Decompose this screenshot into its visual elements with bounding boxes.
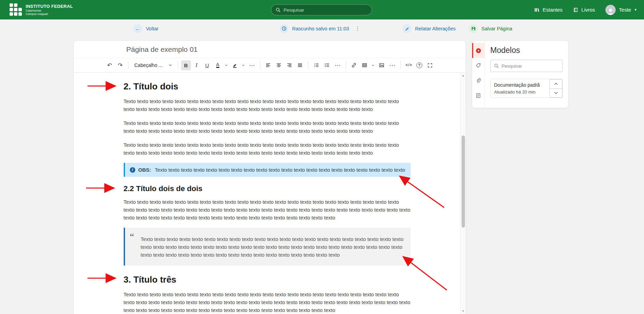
more-format-button[interactable]: ⋯	[247, 60, 257, 70]
toolbar-divider	[400, 61, 401, 69]
search-input[interactable]	[284, 8, 367, 13]
editor-scrollbar[interactable]: ▲ ▼	[460, 73, 466, 314]
image-button[interactable]	[377, 60, 387, 70]
chevron-up-icon	[554, 83, 558, 85]
align-right-button[interactable]	[285, 60, 294, 70]
bookshelf-icon	[534, 7, 539, 13]
nav-shelves-label: Estantes	[543, 7, 562, 13]
bold-button[interactable]: B	[181, 60, 191, 70]
sidebar-tabs	[472, 41, 485, 108]
quote-icon: “	[130, 232, 134, 240]
highlight-chevron[interactable]	[241, 60, 246, 70]
heading-style-select[interactable]: Cabeçalho ...	[132, 61, 175, 69]
info-callout[interactable]: i OBS: Texto texto texto texto texto tex…	[124, 163, 411, 177]
paragraph[interactable]: Texto texto texto texto texto texto text…	[124, 198, 411, 222]
toolbar-divider	[260, 61, 260, 69]
table-button[interactable]	[360, 60, 370, 70]
highlighter-icon	[232, 63, 237, 68]
align-left-icon	[265, 62, 271, 68]
clock-icon	[279, 24, 288, 33]
more-insert-button[interactable]: ⋯	[387, 60, 397, 70]
highlight-button[interactable]	[230, 60, 240, 70]
table-chevron[interactable]	[370, 60, 376, 70]
sidebar-tab-tags[interactable]	[472, 58, 484, 73]
paragraph[interactable]: Texto texto texto texto texto texto text…	[124, 119, 411, 135]
user-menu[interactable]: Teste ▾	[605, 5, 636, 15]
align-center-button[interactable]	[274, 60, 284, 70]
redo-button[interactable]: ↷	[115, 60, 125, 70]
heading-titulo-tres[interactable]: 3. Título três	[124, 274, 411, 285]
heading-style-value: Cabeçalho ...	[134, 62, 163, 68]
template-item[interactable]: Documentação padrão Atualizado há 20 min	[490, 79, 563, 98]
heading-titulo-dois[interactable]: 2. Título dois	[124, 81, 411, 91]
paragraph[interactable]: Texto texto texto texto texto texto text…	[124, 290, 411, 314]
chevron-down-icon	[225, 65, 228, 66]
template-updated: Atualizado há 20 min	[494, 89, 540, 95]
align-left-button[interactable]	[263, 60, 273, 70]
callout-text: Texto texto texto texto texto texto text…	[155, 166, 405, 174]
user-name: Teste	[619, 7, 631, 13]
back-button[interactable]: ← Voltar	[133, 24, 159, 33]
person-icon	[606, 8, 615, 15]
heading-titulo-dois-de-dois[interactable]: 2.2 Título dois de dois	[124, 184, 411, 193]
draft-options-button[interactable]: ⋮	[355, 25, 360, 32]
blockquote-text: Texto texto texto texto texto texto text…	[141, 236, 404, 258]
align-right-icon	[287, 62, 292, 68]
align-justify-button[interactable]	[295, 60, 305, 70]
sidebar-tab-attachments[interactable]	[472, 73, 484, 88]
more-list-button[interactable]: ⋯	[333, 60, 343, 70]
template-icon	[476, 93, 481, 98]
fullscreen-button[interactable]	[425, 60, 435, 70]
toolbar-divider	[308, 61, 309, 69]
chevron-down-icon	[242, 65, 245, 66]
sidebar-tab-templates[interactable]	[472, 88, 484, 103]
header-nav: Estantes Livros Teste ▾	[534, 0, 636, 19]
insert-template-top-button[interactable]	[549, 79, 562, 88]
back-arrow-icon: ←	[133, 24, 142, 33]
text-color-button[interactable]: A	[213, 60, 223, 70]
text-color-chevron[interactable]	[223, 60, 229, 70]
numbered-list-button[interactable]	[322, 60, 332, 70]
info-icon: i	[130, 167, 135, 173]
blockquote[interactable]: “ Texto texto texto texto texto texto te…	[124, 228, 411, 266]
scroll-up-arrow[interactable]: ▲	[461, 73, 466, 78]
chevron-down-icon	[169, 64, 172, 66]
save-page-button[interactable]: Salvar Página	[469, 24, 512, 33]
insert-template-bottom-button[interactable]	[549, 88, 562, 98]
bullet-list-icon	[314, 62, 319, 68]
templates-search-input[interactable]	[502, 63, 559, 69]
page-title-input[interactable]	[126, 45, 413, 54]
nav-books[interactable]: Livros	[573, 7, 595, 13]
scroll-down-arrow[interactable]: ▼	[461, 309, 466, 314]
paragraph[interactable]: Texto texto texto texto texto texto text…	[124, 97, 411, 113]
undo-button[interactable]: ↶	[105, 60, 114, 70]
avatar	[605, 5, 616, 15]
scrollbar-thumb[interactable]	[462, 135, 465, 228]
editor-content[interactable]: 2. Título dois Texto texto texto texto t…	[74, 73, 460, 314]
save-page-label: Salvar Página	[481, 26, 512, 31]
page-actions-bar: ← Voltar Rascunho salvo em 11:03 ⋮ Relat…	[0, 19, 644, 38]
brand-sub1: Catarinense	[26, 9, 73, 12]
page-title-row	[74, 41, 466, 58]
nav-shelves[interactable]: Estantes	[534, 7, 562, 13]
source-code-button[interactable]: </>	[404, 60, 414, 70]
report-changes-button[interactable]: Relatar Alterações	[402, 24, 455, 33]
templates-search[interactable]	[490, 60, 563, 72]
sidebar-tab-tutorial[interactable]	[472, 43, 484, 58]
bullet-list-button[interactable]	[312, 60, 321, 70]
help-button[interactable]: ?	[414, 60, 424, 70]
screen: INSTITUTO FEDERAL Catarinense Campus Ara…	[0, 0, 644, 314]
brand-logo[interactable]: INSTITUTO FEDERAL Catarinense Campus Ara…	[10, 3, 73, 16]
global-search[interactable]	[271, 4, 372, 15]
underline-button[interactable]: U	[202, 60, 212, 70]
callout-label: OBS:	[138, 166, 151, 174]
paragraph[interactable]: Texto texto texto texto texto texto text…	[124, 141, 411, 157]
tag-icon	[476, 63, 481, 68]
template-name: Documentação padrão	[494, 82, 540, 88]
nav-books-label: Livros	[581, 7, 595, 13]
link-button[interactable]	[349, 60, 359, 70]
report-changes-label: Relatar Alterações	[415, 26, 455, 31]
templates-panel-title: Modelos	[490, 46, 563, 55]
italic-button[interactable]: I	[192, 60, 202, 70]
toolbar-divider	[178, 61, 178, 69]
